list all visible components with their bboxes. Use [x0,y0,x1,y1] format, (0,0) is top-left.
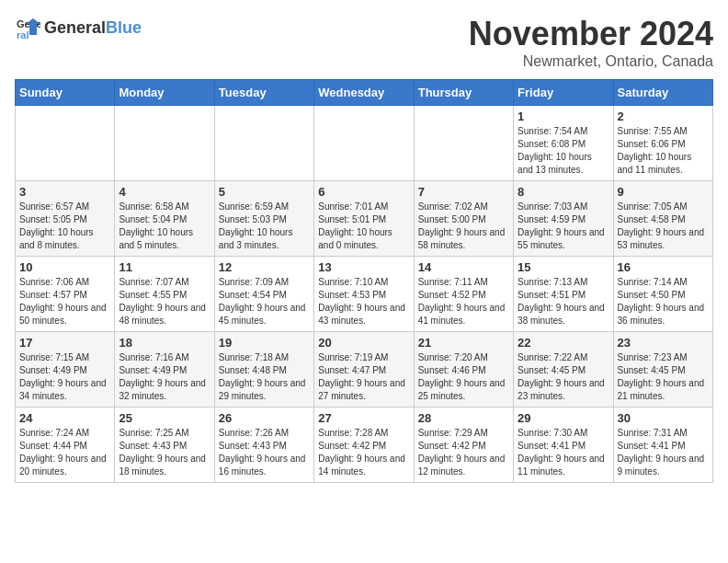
header-monday: Monday [115,80,214,106]
calendar-cell: 4Sunrise: 6:58 AM Sunset: 5:04 PM Daylig… [115,181,214,257]
day-info: Sunrise: 7:55 AM Sunset: 6:06 PM Dayligh… [618,125,709,177]
header-wednesday: Wednesday [314,80,414,106]
calendar-cell: 5Sunrise: 6:59 AM Sunset: 5:03 PM Daylig… [214,181,313,257]
day-info: Sunrise: 7:26 AM Sunset: 4:43 PM Dayligh… [219,427,310,478]
day-number: 26 [219,411,310,425]
day-info: Sunrise: 7:18 AM Sunset: 4:48 PM Dayligh… [219,351,310,403]
day-number: 18 [119,336,210,350]
calendar-cell: 23Sunrise: 7:23 AM Sunset: 4:45 PM Dayli… [613,332,712,408]
calendar-cell [314,106,414,181]
day-info: Sunrise: 7:20 AM Sunset: 4:46 PM Dayligh… [418,351,509,403]
header: Gene ral General Blue November 2024 Newm… [15,15,713,70]
calendar-cell: 3Sunrise: 6:57 AM Sunset: 5:05 PM Daylig… [16,181,115,257]
day-info: Sunrise: 7:10 AM Sunset: 4:53 PM Dayligh… [318,276,409,327]
logo: Gene ral General Blue [15,15,142,40]
calendar-cell [16,106,115,181]
day-info: Sunrise: 7:28 AM Sunset: 4:42 PM Dayligh… [318,427,409,478]
calendar-cell: 17Sunrise: 7:15 AM Sunset: 4:49 PM Dayli… [16,332,115,408]
calendar-cell: 29Sunrise: 7:30 AM Sunset: 4:41 PM Dayli… [514,408,613,483]
location-title: Newmarket, Ontario, Canada [469,53,713,70]
header-thursday: Thursday [414,80,513,106]
day-info: Sunrise: 7:31 AM Sunset: 4:41 PM Dayligh… [618,427,709,478]
month-title: November 2024 [469,15,713,53]
calendar-cell: 22Sunrise: 7:22 AM Sunset: 4:45 PM Dayli… [514,332,613,408]
day-number: 29 [518,411,609,425]
header-saturday: Saturday [613,80,712,106]
day-number: 6 [318,185,409,199]
day-number: 9 [618,185,709,199]
day-info: Sunrise: 7:13 AM Sunset: 4:51 PM Dayligh… [518,276,609,327]
day-number: 23 [618,336,709,350]
day-number: 10 [19,260,110,274]
day-number: 16 [618,260,709,274]
day-number: 3 [19,185,110,199]
day-info: Sunrise: 7:06 AM Sunset: 4:57 PM Dayligh… [19,276,110,327]
calendar-cell: 8Sunrise: 7:03 AM Sunset: 4:59 PM Daylig… [514,181,613,257]
day-info: Sunrise: 7:07 AM Sunset: 4:55 PM Dayligh… [119,276,210,327]
calendar-cell: 2Sunrise: 7:55 AM Sunset: 6:06 PM Daylig… [613,106,712,181]
calendar-cell: 16Sunrise: 7:14 AM Sunset: 4:50 PM Dayli… [613,257,712,332]
day-info: Sunrise: 7:23 AM Sunset: 4:45 PM Dayligh… [618,351,709,403]
calendar-cell: 27Sunrise: 7:28 AM Sunset: 4:42 PM Dayli… [314,408,414,483]
day-number: 15 [518,260,609,274]
calendar-cell: 12Sunrise: 7:09 AM Sunset: 4:54 PM Dayli… [214,257,313,332]
day-number: 8 [518,185,609,199]
day-info: Sunrise: 7:16 AM Sunset: 4:49 PM Dayligh… [119,351,210,403]
day-number: 11 [119,260,210,274]
calendar-table: Sunday Monday Tuesday Wednesday Thursday… [15,79,713,483]
day-number: 2 [618,109,709,123]
day-number: 30 [618,411,709,425]
logo-blue: Blue [106,18,142,38]
calendar-cell [115,106,214,181]
day-number: 1 [518,109,609,123]
day-number: 25 [119,411,210,425]
day-info: Sunrise: 7:03 AM Sunset: 4:59 PM Dayligh… [518,201,609,252]
day-number: 12 [219,260,310,274]
day-number: 5 [219,185,310,199]
day-number: 19 [219,336,310,350]
day-info: Sunrise: 7:01 AM Sunset: 5:01 PM Dayligh… [318,201,409,252]
logo-icon: Gene ral [15,15,40,40]
calendar-cell: 6Sunrise: 7:01 AM Sunset: 5:01 PM Daylig… [314,181,414,257]
day-number: 4 [119,185,210,199]
day-number: 7 [418,185,509,199]
day-info: Sunrise: 7:19 AM Sunset: 4:47 PM Dayligh… [318,351,409,403]
calendar-week-3: 17Sunrise: 7:15 AM Sunset: 4:49 PM Dayli… [16,332,713,408]
calendar-cell: 26Sunrise: 7:26 AM Sunset: 4:43 PM Dayli… [214,408,313,483]
day-info: Sunrise: 7:29 AM Sunset: 4:42 PM Dayligh… [418,427,509,478]
calendar-week-2: 10Sunrise: 7:06 AM Sunset: 4:57 PM Dayli… [16,257,713,332]
calendar-cell: 13Sunrise: 7:10 AM Sunset: 4:53 PM Dayli… [314,257,414,332]
calendar-cell: 10Sunrise: 7:06 AM Sunset: 4:57 PM Dayli… [16,257,115,332]
svg-text:ral: ral [17,29,28,40]
calendar-cell: 19Sunrise: 7:18 AM Sunset: 4:48 PM Dayli… [214,332,313,408]
calendar-cell: 20Sunrise: 7:19 AM Sunset: 4:47 PM Dayli… [314,332,414,408]
calendar-cell: 18Sunrise: 7:16 AM Sunset: 4:49 PM Dayli… [115,332,214,408]
day-info: Sunrise: 7:54 AM Sunset: 6:08 PM Dayligh… [518,125,609,177]
day-info: Sunrise: 6:58 AM Sunset: 5:04 PM Dayligh… [119,201,210,252]
calendar-week-1: 3Sunrise: 6:57 AM Sunset: 5:05 PM Daylig… [16,181,713,257]
day-info: Sunrise: 6:59 AM Sunset: 5:03 PM Dayligh… [219,201,310,252]
logo-general: General [44,18,106,38]
day-info: Sunrise: 7:14 AM Sunset: 4:50 PM Dayligh… [618,276,709,327]
header-friday: Friday [514,80,613,106]
day-number: 28 [418,411,509,425]
day-info: Sunrise: 7:15 AM Sunset: 4:49 PM Dayligh… [19,351,110,403]
day-info: Sunrise: 7:05 AM Sunset: 4:58 PM Dayligh… [618,201,709,252]
calendar-cell: 21Sunrise: 7:20 AM Sunset: 4:46 PM Dayli… [414,332,513,408]
header-tuesday: Tuesday [214,80,313,106]
calendar-cell: 7Sunrise: 7:02 AM Sunset: 5:00 PM Daylig… [414,181,513,257]
header-sunday: Sunday [16,80,115,106]
calendar-cell: 28Sunrise: 7:29 AM Sunset: 4:42 PM Dayli… [414,408,513,483]
title-area: November 2024 Newmarket, Ontario, Canada [469,15,713,70]
calendar-cell: 24Sunrise: 7:24 AM Sunset: 4:44 PM Dayli… [16,408,115,483]
day-info: Sunrise: 7:24 AM Sunset: 4:44 PM Dayligh… [19,427,110,478]
day-info: Sunrise: 7:22 AM Sunset: 4:45 PM Dayligh… [518,351,609,403]
day-number: 24 [19,411,110,425]
calendar-cell: 1Sunrise: 7:54 AM Sunset: 6:08 PM Daylig… [514,106,613,181]
calendar-cell: 30Sunrise: 7:31 AM Sunset: 4:41 PM Dayli… [613,408,712,483]
day-info: Sunrise: 7:30 AM Sunset: 4:41 PM Dayligh… [518,427,609,478]
day-number: 22 [518,336,609,350]
day-info: Sunrise: 7:25 AM Sunset: 4:43 PM Dayligh… [119,427,210,478]
calendar-cell: 9Sunrise: 7:05 AM Sunset: 4:58 PM Daylig… [613,181,712,257]
calendar-cell: 15Sunrise: 7:13 AM Sunset: 4:51 PM Dayli… [514,257,613,332]
